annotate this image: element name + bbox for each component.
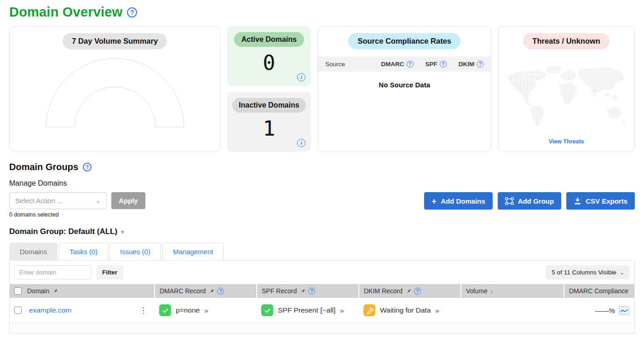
dkim-help-icon[interactable]: ? (477, 61, 483, 68)
plus-icon: + (431, 197, 437, 205)
page-header: Domain Overview ? (9, 5, 635, 20)
pin-column-icon[interactable] (52, 288, 58, 294)
double-arrow-icon: » (204, 307, 208, 314)
columns-visible-label: 5 of 11 Columns Visible (552, 269, 616, 276)
tab-domains[interactable]: Domains (9, 243, 58, 260)
sort-descending-icon[interactable]: ↓ (490, 288, 494, 295)
active-domains-info-icon[interactable]: i (297, 73, 305, 81)
kebab-menu-icon[interactable]: ⋮ (137, 306, 150, 315)
domains-panel: Filter 5 of 11 Columns Visible ⌄ Domain (9, 260, 635, 334)
dkim-record-help-icon[interactable]: ? (414, 288, 421, 295)
spf-status-cell[interactable]: SPF Present [~all] » (261, 304, 354, 316)
chevron-down-icon: ⌄ (620, 269, 624, 276)
dmarc-col-label: DMARC (381, 61, 404, 68)
dkim-status-text: Waiting for Data (380, 306, 431, 314)
inactive-domains-count: 1 (227, 116, 311, 141)
tab-management[interactable]: Management (162, 243, 224, 260)
dmarc-compliance-column-header[interactable]: DMARC Compliance (569, 287, 628, 295)
tab-bar: Domains Tasks (0) Issues (0) Management (9, 243, 635, 260)
manage-domains-label: Manage Domains (9, 179, 635, 188)
double-arrow-icon: » (436, 307, 439, 314)
source-col-label: Source (325, 61, 345, 68)
spf-help-icon[interactable]: ? (440, 61, 447, 68)
compliance-value: ——% (595, 307, 615, 314)
page-title: Domain Overview (9, 5, 122, 20)
caret-down-icon: ▾ (121, 228, 124, 235)
check-icon (261, 304, 273, 316)
page-help-icon[interactable]: ? (127, 7, 137, 17)
dmarc-record-column-header[interactable]: DMARC Record (160, 287, 206, 295)
pin-column-icon[interactable] (208, 288, 214, 294)
dmarc-help-icon[interactable]: ? (407, 61, 414, 68)
view-threats-link[interactable]: View Threats (498, 138, 634, 145)
domain-link[interactable]: example.com (29, 306, 71, 314)
spf-record-column-header[interactable]: SPF Record (262, 287, 297, 295)
filter-button[interactable]: Filter (96, 265, 123, 279)
domain-groups-header: Domain Groups ? (9, 162, 635, 172)
source-compliance-badge: Source Compliance Rates (348, 33, 460, 49)
pin-column-icon[interactable] (405, 288, 411, 294)
filter-row: Filter 5 of 11 Columns Visible ⌄ (10, 261, 634, 284)
controls-row: Select Action ... ⌄ Apply 0 domains sele… (9, 192, 635, 218)
add-domains-button[interactable]: + Add Domains (424, 192, 493, 210)
dmarc-record-help-icon[interactable]: ? (217, 288, 224, 295)
object-group-icon (505, 197, 514, 205)
domains-table: Domain DMARC Record ? (10, 284, 634, 323)
active-domains-count: 0 (227, 51, 311, 75)
double-arrow-icon: » (340, 307, 344, 314)
tab-issues[interactable]: Issues (0) (109, 243, 161, 260)
source-compliance-card: Source Compliance Rates Source DMARC ? S… (317, 26, 491, 152)
volume-cell (461, 298, 564, 323)
inactive-domains-info-icon[interactable]: i (297, 139, 305, 147)
summary-cards-row: 7 Day Volume Summary Active Domains 0 i … (9, 26, 635, 152)
chevron-down-icon: ⌄ (96, 197, 101, 204)
dkim-record-column-header[interactable]: DKIM Record (364, 287, 402, 295)
domain-overview-page: Domain Overview ? 7 Day Volume Summary A… (0, 0, 644, 334)
volume-column-header[interactable]: Volume (466, 287, 488, 295)
volume-gauge-chart (10, 57, 220, 134)
spf-record-help-icon[interactable]: ? (308, 288, 315, 295)
domains-selected-text: 0 domains selected (9, 211, 145, 218)
add-group-label: Add Group (518, 197, 554, 205)
csv-exports-button[interactable]: CSV Exports (566, 192, 635, 210)
columns-visible-dropdown[interactable]: 5 of 11 Columns Visible ⌄ (546, 265, 630, 279)
inactive-domains-card: Inactive Domains 1 i (227, 92, 311, 152)
active-domains-card: Active Domains 0 i (227, 26, 311, 86)
dmarc-status-cell[interactable]: p=none » (159, 304, 252, 316)
dkim-col-label: DKIM (459, 61, 475, 68)
download-icon (574, 197, 581, 205)
compliance-cell: ——% (569, 306, 630, 315)
check-icon (159, 304, 171, 316)
csv-exports-label: CSV Exports (586, 197, 627, 205)
domain-filter-input[interactable] (14, 265, 92, 279)
volume-summary-badge: 7 Day Volume Summary (63, 33, 167, 49)
inactive-domains-badge: Inactive Domains (232, 98, 306, 113)
apply-button[interactable]: Apply (111, 192, 145, 209)
volume-summary-card: 7 Day Volume Summary (9, 26, 221, 152)
wrench-icon (363, 304, 375, 316)
pin-column-icon[interactable] (299, 288, 305, 294)
domain-group-selector[interactable]: Domain Group: Default (ALL) ▾ (9, 227, 635, 236)
table-header-row: Domain DMARC Record ? (10, 284, 634, 298)
dkim-status-cell[interactable]: Waiting for Data » (363, 304, 456, 316)
active-domains-badge: Active Domains (234, 32, 304, 47)
domain-groups-help-icon[interactable]: ? (83, 163, 92, 171)
dmarc-status-text: p=none (176, 306, 200, 314)
select-all-checkbox[interactable] (14, 287, 22, 295)
empty-table-area (10, 323, 634, 333)
action-select[interactable]: Select Action ... ⌄ (9, 192, 107, 209)
tab-tasks[interactable]: Tasks (0) (59, 243, 108, 260)
no-source-data-text: No Source Data (318, 81, 491, 89)
source-compliance-header: Source DMARC ? SPF ? DKIM ? (318, 57, 491, 72)
add-domains-label: Add Domains (441, 197, 485, 205)
domain-column-header[interactable]: Domain (27, 287, 49, 295)
threats-badge: Threats / Unknown (523, 33, 610, 49)
add-group-button[interactable]: Add Group (498, 192, 561, 210)
table-row: example.com ⋮ p=none » (10, 298, 634, 323)
sparkline-chart-icon[interactable] (619, 306, 630, 315)
spf-status-text: SPF Present [~all] (278, 306, 335, 314)
spf-col-label: SPF (426, 61, 437, 68)
threats-card: Threats / Unknown (498, 26, 635, 152)
row-checkbox[interactable] (14, 307, 22, 314)
domain-stats-column: Active Domains 0 i Inactive Domains 1 i (227, 26, 311, 152)
